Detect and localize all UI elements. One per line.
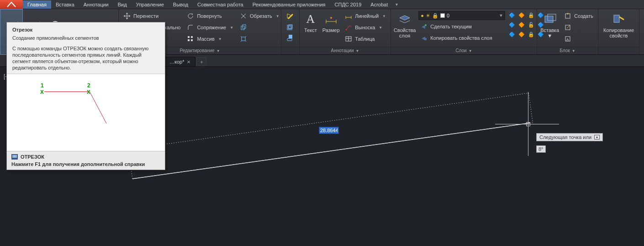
lg7[interactable]: 🔓 [527, 21, 535, 29]
leader-button[interactable]: Выноска▼ [343, 22, 388, 32]
dynamic-length-input[interactable] [319, 127, 339, 134]
insert-big-button[interactable]: Вставка ▼ [540, 11, 560, 47]
copyprops-icon [612, 12, 626, 27]
lg11[interactable]: 🔒 [527, 30, 535, 38]
text-big-button[interactable]: A Текст [302, 11, 319, 47]
layer-combo[interactable]: ● ☀ 🔒 0 ▼ [418, 11, 505, 20]
panel-brush [281, 9, 300, 54]
tab-acrobat[interactable]: Acrobat [366, 0, 392, 9]
combo-arrow-icon: ▼ [499, 13, 503, 18]
file-tab-add[interactable]: ＋ [196, 57, 206, 66]
panel-block-title[interactable]: Блок▼ [537, 47, 598, 54]
svg-rect-7 [188, 39, 190, 41]
table-icon [345, 35, 352, 43]
attr-block-button[interactable]: A [562, 34, 595, 44]
table-button[interactable]: Таблица [343, 34, 388, 44]
fillet-button[interactable]: Сопряжение▼ [185, 22, 235, 32]
lg3[interactable]: 🔒 [527, 11, 535, 19]
explode-button[interactable] [238, 34, 281, 44]
lg10[interactable]: 🔶 [517, 30, 526, 38]
brush2-icon[interactable] [287, 23, 294, 30]
dim-icon [324, 12, 338, 27]
copyprops-big-button[interactable]: Копирование свойств [601, 11, 636, 47]
file-tab-active[interactable]: …кор* ✕ [164, 57, 195, 66]
tab-insert[interactable]: Вставка [51, 0, 79, 9]
tabs-overflow-icon[interactable]: ▾ [392, 2, 401, 7]
svg-point-24 [346, 29, 347, 31]
menu-tabs: Главная Вставка Аннотации Вид Управление… [0, 0, 644, 9]
sun-icon: ☀ [426, 13, 430, 19]
make-current-label: Сделать текущим [430, 24, 471, 29]
file-tab-close-icon[interactable]: ✕ [187, 59, 190, 64]
command-icon [11, 154, 18, 160]
make-current-icon [420, 23, 428, 30]
lg1[interactable]: 🔷 [508, 11, 516, 19]
dynamic-angle: 8° [536, 145, 546, 153]
layerprops-icon [397, 12, 412, 27]
copy-layer-props-button[interactable]: Копировать свойства слоя [418, 33, 505, 43]
fillet-icon [187, 24, 194, 31]
copy-layer-props-label: Копировать свойства слоя [430, 35, 492, 41]
panel-annot-title[interactable]: Аннотации▼ [300, 47, 391, 54]
svg-rect-5 [188, 36, 190, 38]
linear-button[interactable]: Линейный▼ [343, 11, 388, 21]
make-current-button[interactable]: Сделать текущим [418, 21, 505, 32]
layerprops-big-button[interactable]: Свойства слоя [394, 11, 416, 47]
move-button[interactable]: Перенести [121, 11, 182, 21]
edit-block-button[interactable] [562, 22, 595, 32]
leader-icon [345, 24, 352, 31]
fillet-label: Сопряжение [197, 25, 226, 30]
brush3-icon[interactable] [287, 33, 294, 40]
tooltip-hint: Нажмите F1 для получения дополнительной … [11, 161, 160, 167]
insert-label: Вставка ▼ [540, 27, 560, 38]
text-label: Текст [304, 27, 317, 33]
create-block-icon [564, 12, 571, 20]
create-block-button[interactable]: Создать [562, 11, 595, 21]
lg9[interactable]: 🔷 [508, 30, 516, 38]
copy-layer-props-icon [420, 34, 428, 42]
prompt-options-icon[interactable]: ▾ [594, 135, 600, 139]
copy-button[interactable] [238, 22, 281, 32]
tab-collab[interactable]: Совместная работа [193, 0, 248, 9]
tab-main[interactable]: Главная [23, 0, 51, 9]
svg-rect-39 [128, 93, 533, 179]
move-label: Перенести [133, 13, 158, 19]
lg6[interactable]: 🔶 [517, 21, 526, 29]
svg-point-28 [425, 24, 427, 26]
rotate-icon [187, 12, 194, 20]
bulb-icon: ● [421, 13, 424, 18]
svg-rect-30 [545, 16, 553, 22]
crosshair-pickbox [526, 122, 530, 126]
copyprops-label: Копирование свойств [603, 27, 634, 38]
svg-point-20 [330, 17, 332, 19]
copy-icon [240, 24, 247, 31]
svg-rect-38 [614, 15, 619, 22]
lock-icon: 🔒 [432, 13, 438, 19]
panel-layers-title[interactable]: Слои▼ [391, 47, 537, 54]
dynamic-prompt: Следующая точка или ▾ [536, 133, 603, 141]
app-logo[interactable] [0, 0, 23, 9]
tooltip-illustration: 1 2 x x [7, 74, 165, 151]
table-label: Таблица [355, 36, 375, 42]
tab-manage[interactable]: Управление [132, 0, 169, 9]
svg-rect-11 [242, 37, 245, 41]
tab-view[interactable]: Вид [113, 0, 132, 9]
rotate-button[interactable]: Повернуть [185, 11, 235, 21]
panel-brush-title [281, 47, 299, 54]
tab-output[interactable]: Вывод [169, 0, 193, 9]
tab-annot[interactable]: Аннотации [79, 0, 113, 9]
layerprops-label: Свойства слоя [394, 27, 416, 38]
tab-recapps[interactable]: Рекомендованные приложения [248, 0, 330, 9]
lg2[interactable]: 🔶 [517, 11, 526, 19]
lg5[interactable]: 🔷 [508, 21, 516, 29]
layer-color-swatch [440, 13, 445, 18]
tab-spds[interactable]: СПДС 2019 [330, 0, 366, 9]
create-block-label: Создать [574, 13, 593, 19]
svg-rect-44 [12, 155, 17, 158]
array-button[interactable]: Массив▼ [185, 34, 235, 44]
trim-button[interactable]: Обрезать▼ [238, 11, 281, 21]
brush1-icon[interactable] [287, 13, 294, 20]
panel-annot: A Текст Размер Линейный▼ Выноска▼ Табли [300, 9, 391, 54]
panel-layers: Свойства слоя ● ☀ 🔒 0 ▼ Сделать текущим [391, 9, 537, 54]
dim-big-button[interactable]: Размер [322, 11, 340, 47]
